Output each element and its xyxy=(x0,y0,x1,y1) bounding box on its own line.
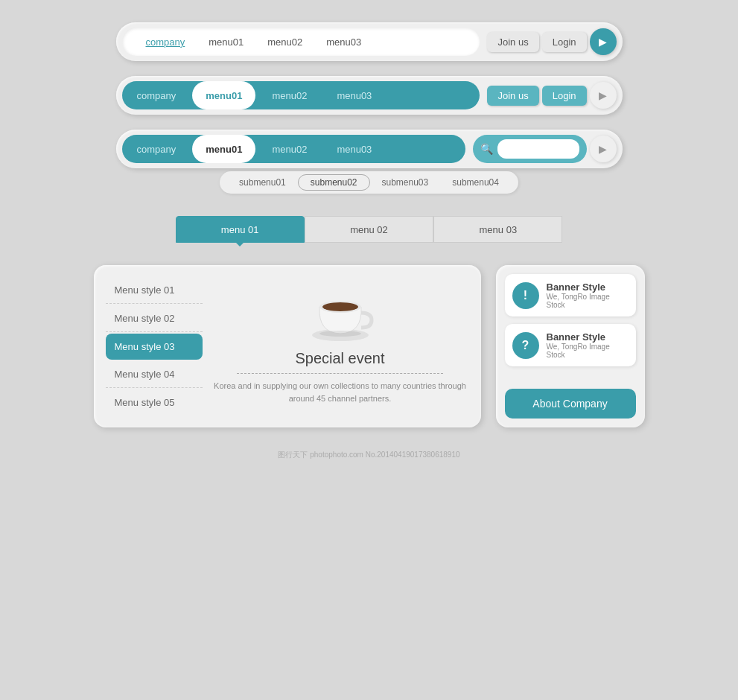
navbar3-menu-area: company menu01 menu02 menu03 xyxy=(122,135,465,163)
coffee-cup-image xyxy=(303,277,378,344)
navbar1-menu-area: company menu01 menu02 menu03 xyxy=(122,28,480,56)
content-area: Special event Korea and in supplying our… xyxy=(211,277,469,416)
navbar3-menu03[interactable]: menu03 xyxy=(322,135,387,163)
navbar2-company[interactable]: company xyxy=(122,81,191,109)
banner-item-2: ? Banner Style We, TongRo Image Stock xyxy=(505,324,636,366)
search-icon: 🔍 xyxy=(480,143,493,155)
bottom-section: Menu style 01 Menu style 02 Menu style 0… xyxy=(94,265,645,427)
left-card: Menu style 01 Menu style 02 Menu style 0… xyxy=(94,265,481,427)
banner-sub-2: We, TongRo Image Stock xyxy=(547,343,629,359)
banner-title-1: Banner Style xyxy=(547,281,629,293)
navbar3-menu02[interactable]: menu02 xyxy=(257,135,322,163)
tab-menu01[interactable]: menu 01 xyxy=(176,216,305,243)
about-company-button[interactable]: About Company xyxy=(505,389,636,419)
submenu-02[interactable]: submenu02 xyxy=(298,174,370,191)
event-text: Korea and in supplying our own collectio… xyxy=(211,380,469,404)
navbar1-menu02[interactable]: menu02 xyxy=(255,36,314,48)
menu-list-item-1[interactable]: Menu style 01 xyxy=(106,277,203,304)
navbar3-menu01[interactable]: menu01 xyxy=(192,135,255,163)
navbar2-join-btn[interactable]: Join us xyxy=(487,86,538,106)
navbar1-menu01[interactable]: menu01 xyxy=(197,36,255,48)
right-card: ! Banner Style We, TongRo Image Stock ? … xyxy=(496,265,645,427)
submenu-03[interactable]: submenu03 xyxy=(370,175,441,190)
banner-title-2: Banner Style xyxy=(547,331,629,343)
menu-list: Menu style 01 Menu style 02 Menu style 0… xyxy=(106,277,203,416)
navbar-1: company menu01 menu02 menu03 Join us Log… xyxy=(116,22,623,61)
event-title: Special event xyxy=(295,350,384,367)
navbar2-btn-area: Join us Login xyxy=(487,86,586,106)
banner-icon-1: ! xyxy=(512,282,539,309)
navbar2-play-btn[interactable]: ▶ xyxy=(590,82,617,109)
navbar3-play-btn[interactable]: ▶ xyxy=(590,136,617,162)
search-input[interactable] xyxy=(497,139,579,159)
menu-list-item-2[interactable]: Menu style 02 xyxy=(106,305,203,332)
navbar1-join-btn[interactable]: Join us xyxy=(487,32,538,52)
navbar2-menu02[interactable]: menu02 xyxy=(257,81,322,109)
banner-item-1: ! Banner Style We, TongRo Image Stock xyxy=(505,274,636,316)
navbar2-menu-area: company menu01 menu02 menu03 xyxy=(122,81,480,109)
tab-menu02[interactable]: menu 02 xyxy=(305,216,433,243)
navbar1-company[interactable]: company xyxy=(134,36,197,48)
navbar-3: company menu01 menu02 menu03 🔍 ▶ xyxy=(116,130,623,168)
banner-text-1: Banner Style We, TongRo Image Stock xyxy=(547,281,629,309)
banner-text-2: Banner Style We, TongRo Image Stock xyxy=(547,331,629,359)
event-divider xyxy=(237,373,443,374)
menu-list-item-5[interactable]: Menu style 05 xyxy=(106,389,203,416)
menu-list-item-3[interactable]: Menu style 03 xyxy=(106,334,203,360)
tab-bar: menu 01 menu 02 menu 03 xyxy=(176,216,563,243)
menu-list-item-4[interactable]: Menu style 04 xyxy=(106,361,203,388)
navbar3-company[interactable]: company xyxy=(122,135,191,163)
svg-point-3 xyxy=(319,331,361,337)
navbar2-login-btn[interactable]: Login xyxy=(542,86,587,106)
banner-icon-2: ? xyxy=(512,332,539,359)
navbar2-menu03[interactable]: menu03 xyxy=(322,81,387,109)
navbar1-play-btn[interactable]: ▶ xyxy=(590,28,617,55)
navbar-2: company menu01 menu02 menu03 Join us Log… xyxy=(116,76,623,115)
navbar1-menu03[interactable]: menu03 xyxy=(314,36,373,48)
submenu-bar: submenu01 submenu02 submenu03 submenu04 xyxy=(220,171,518,194)
submenu-04[interactable]: submenu04 xyxy=(440,175,511,190)
svg-point-2 xyxy=(322,302,358,311)
tab-menu03[interactable]: menu 03 xyxy=(433,216,562,243)
navbar1-btn-area: Join us Login xyxy=(487,32,586,52)
navbar2-menu01[interactable]: menu01 xyxy=(192,81,255,109)
watermark: 图行天下 photophoto.com No.20140419017380618… xyxy=(278,450,459,460)
navbar1-login-btn[interactable]: Login xyxy=(542,32,587,52)
navbar3-search-area: 🔍 xyxy=(473,135,587,163)
navbar3-wrap: company menu01 menu02 menu03 🔍 ▶ submenu… xyxy=(116,130,623,194)
submenu-01[interactable]: submenu01 xyxy=(227,175,298,190)
banner-sub-1: We, TongRo Image Stock xyxy=(547,293,629,309)
